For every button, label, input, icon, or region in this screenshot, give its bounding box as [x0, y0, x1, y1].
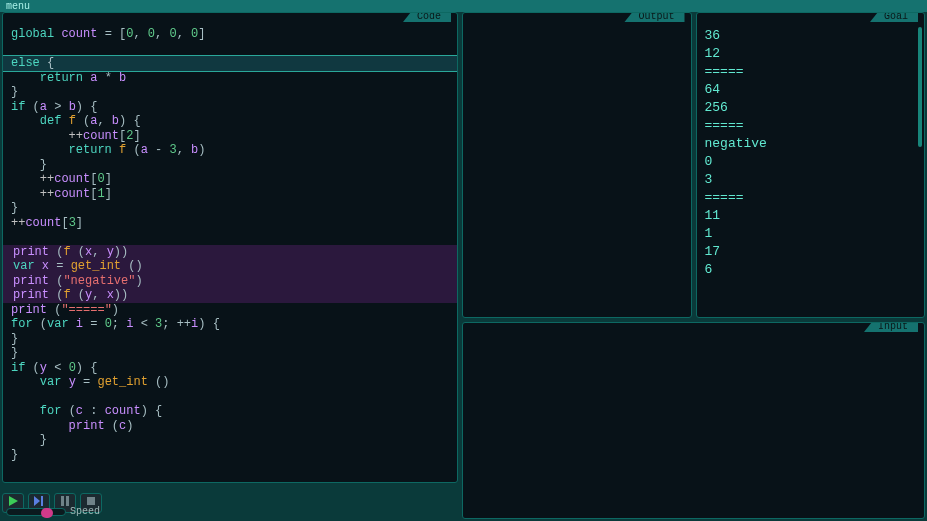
goal-panel: Goal 3612=====64256=====negative03=====1…	[696, 12, 926, 318]
code-line[interactable]: ++count[0]	[11, 172, 449, 187]
code-line[interactable]: print (f (x, y))	[3, 245, 457, 260]
menu-button[interactable]: menu	[2, 1, 34, 12]
code-line[interactable]: return f (a - 3, b)	[11, 143, 449, 158]
goal-content: 3612=====64256=====negative03=====111176	[699, 23, 923, 315]
code-line[interactable]: for (c : count) {	[11, 404, 449, 419]
code-panel[interactable]: Code global count = [0, 0, 0, 0]else { r…	[2, 12, 458, 483]
code-editor[interactable]: global count = [0, 0, 0, 0]else { return…	[3, 25, 457, 482]
goal-line: 11	[705, 207, 917, 225]
code-line[interactable]: print ("=====")	[11, 303, 449, 318]
code-line[interactable]: }	[11, 448, 449, 463]
output-content	[465, 23, 689, 315]
svg-rect-4	[66, 496, 69, 506]
workspace: Code global count = [0, 0, 0, 0]else { r…	[0, 12, 927, 521]
input-panel[interactable]: Input	[462, 322, 925, 519]
code-line[interactable]: ++count[1]	[11, 187, 449, 202]
code-line[interactable]: def f (a, b) {	[11, 114, 449, 129]
code-line[interactable]: }	[11, 201, 449, 216]
goal-line: negative	[705, 135, 917, 153]
code-line[interactable]: print (f (y, x))	[3, 288, 457, 303]
code-line[interactable]: var x = get_int ()	[3, 259, 457, 274]
code-line[interactable]: global count = [0, 0, 0, 0]	[11, 27, 449, 42]
speed-label: Speed	[70, 506, 100, 517]
menubar: menu	[0, 0, 927, 12]
code-line[interactable]	[11, 42, 449, 57]
goal-line: =====	[705, 117, 917, 135]
code-line[interactable]	[11, 230, 449, 245]
goal-line: 6	[705, 261, 917, 279]
code-line[interactable]: else {	[3, 56, 457, 71]
code-line[interactable]: for (var i = 0; i < 3; ++i) {	[11, 317, 449, 332]
code-line[interactable]: print ("negative")	[3, 274, 457, 289]
code-line[interactable]: if (y < 0) {	[11, 361, 449, 376]
goal-line: 64	[705, 81, 917, 99]
code-line[interactable]: }	[11, 346, 449, 361]
speed-slider[interactable]	[6, 508, 66, 516]
code-line[interactable]: }	[11, 433, 449, 448]
goal-line: 1	[705, 225, 917, 243]
goal-line: 36	[705, 27, 917, 45]
goal-line: 0	[705, 153, 917, 171]
svg-rect-5	[87, 497, 95, 505]
speed-control: Speed	[6, 506, 100, 517]
svg-rect-2	[41, 496, 43, 506]
code-line[interactable]: ++count[3]	[11, 216, 449, 231]
code-line[interactable]: var y = get_int ()	[11, 375, 449, 390]
code-line[interactable]: print (c)	[11, 419, 449, 434]
input-panel-title: Input	[864, 322, 918, 332]
code-line[interactable]	[11, 390, 449, 405]
goal-line: 256	[705, 99, 917, 117]
code-panel-title: Code	[403, 12, 451, 22]
goal-panel-title: Goal	[870, 12, 918, 22]
svg-rect-3	[61, 496, 64, 506]
output-panel-title: Output	[624, 12, 684, 22]
goal-line: 3	[705, 171, 917, 189]
goal-line: =====	[705, 189, 917, 207]
code-line[interactable]: if (a > b) {	[11, 100, 449, 115]
code-line[interactable]: return a * b	[11, 71, 449, 86]
svg-marker-0	[9, 496, 18, 506]
output-panel: Output	[462, 12, 692, 318]
input-content[interactable]	[465, 333, 922, 516]
svg-marker-1	[34, 496, 40, 506]
code-line[interactable]: ++count[2]	[11, 129, 449, 144]
goal-line: 12	[705, 45, 917, 63]
code-line[interactable]: }	[11, 158, 449, 173]
goal-line: =====	[705, 63, 917, 81]
speed-thumb[interactable]	[41, 508, 53, 518]
goal-line: 17	[705, 243, 917, 261]
code-line[interactable]: }	[11, 332, 449, 347]
code-line[interactable]: }	[11, 85, 449, 100]
